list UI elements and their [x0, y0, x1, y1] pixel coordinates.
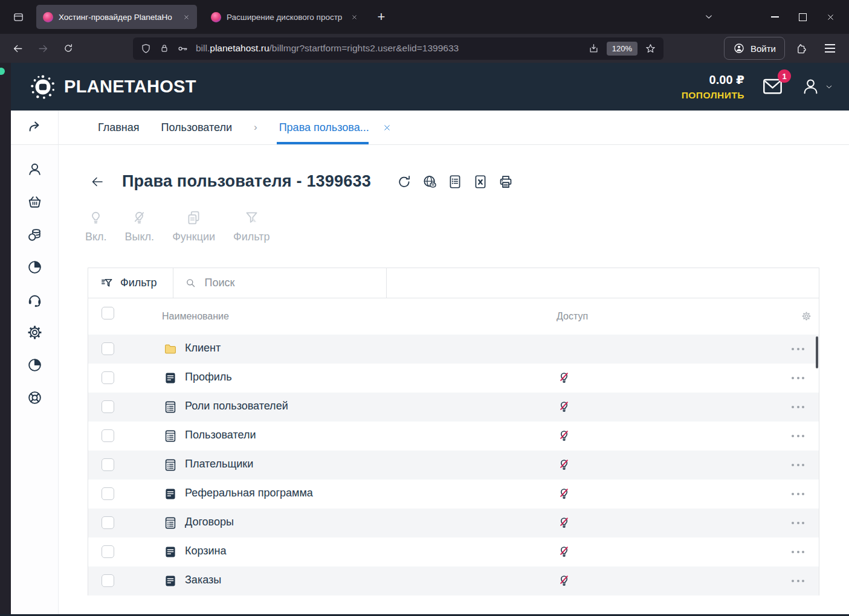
access-off-icon[interactable]	[557, 371, 571, 385]
firefox-login-button[interactable]: Войти	[724, 37, 785, 60]
refresh-icon[interactable]	[396, 174, 412, 190]
list-icon	[163, 400, 178, 414]
row-checkbox[interactable]	[102, 342, 114, 355]
page-title: Права пользователя - 1399633	[122, 172, 371, 191]
key-permission-icon[interactable]	[177, 43, 189, 54]
topup-button[interactable]: ПОПОЛНИТЬ	[682, 90, 744, 101]
tab-close-icon[interactable]	[180, 11, 192, 23]
menu-hamburger-icon[interactable]	[819, 37, 841, 59]
table-row[interactable]: Профиль	[88, 364, 819, 393]
statistics-icon	[27, 357, 43, 373]
sidebar-expand-button[interactable]	[11, 111, 59, 144]
row-menu-dots-icon[interactable]	[792, 377, 804, 379]
access-off-icon[interactable]	[557, 487, 571, 501]
filter-button[interactable]: Фильтр	[88, 268, 173, 298]
table-row[interactable]: Заказы	[88, 566, 819, 595]
row-menu-dots-icon[interactable]	[792, 348, 804, 350]
sidebar-item-user[interactable]	[11, 153, 58, 185]
url-bar[interactable]: bill.planetahost.ru/billmgr?startform=ri…	[133, 37, 663, 60]
row-menu-dots-icon[interactable]	[792, 464, 804, 466]
back-button[interactable]	[7, 38, 28, 59]
table-row[interactable]: Роли пользователей	[88, 393, 819, 422]
window-maximize-button[interactable]	[789, 5, 816, 29]
firefox-view-icon[interactable]	[7, 6, 29, 28]
table-row[interactable]: Договоры	[88, 509, 819, 537]
search-input[interactable]	[204, 277, 355, 289]
action-enable[interactable]: Вкл.	[85, 210, 107, 243]
window-minimize-button[interactable]	[761, 5, 789, 29]
page-zoom-badge[interactable]: 120%	[607, 42, 638, 56]
tab-title: Хостинг-провайдер PlanetaHo	[59, 13, 175, 22]
mail-button[interactable]: 1	[761, 75, 784, 98]
nav-tab-active[interactable]: Права пользова...	[279, 111, 392, 144]
window-close-button[interactable]	[816, 5, 844, 29]
export-excel-icon[interactable]	[473, 174, 488, 190]
reload-button[interactable]	[58, 38, 79, 59]
table-row[interactable]: Реферальная программа	[88, 480, 819, 509]
access-off-icon[interactable]	[557, 429, 571, 443]
bookmark-star-icon[interactable]	[645, 43, 656, 54]
lock-icon[interactable]	[159, 43, 170, 54]
row-checkbox[interactable]	[102, 429, 114, 442]
row-checkbox[interactable]	[102, 458, 114, 471]
sidebar-item-finance[interactable]	[11, 218, 58, 251]
tab-close-icon[interactable]	[383, 123, 392, 132]
row-menu-dots-icon[interactable]	[792, 493, 804, 495]
report-icon[interactable]	[447, 174, 463, 190]
table-settings-gear-icon[interactable]	[801, 311, 812, 321]
row-menu-dots-icon[interactable]	[792, 580, 804, 582]
row-checkbox[interactable]	[102, 574, 114, 587]
row-checkbox[interactable]	[102, 487, 114, 500]
table-row[interactable]: Клиент	[88, 335, 819, 364]
new-tab-button[interactable]: +	[371, 7, 392, 27]
back-arrow-icon[interactable]	[88, 175, 106, 189]
browser-tab[interactable]: Расширение дискового простр	[204, 5, 365, 29]
row-checkbox[interactable]	[102, 516, 114, 529]
app-header: PLANETAHOST 0.00 ₽ ПОПОЛНИТЬ 1	[11, 63, 849, 111]
action-functions[interactable]: Функции	[172, 210, 215, 243]
row-menu-dots-icon[interactable]	[792, 522, 804, 524]
shield-icon[interactable]	[140, 43, 152, 54]
brand-logo[interactable]: PLANETAHOST	[29, 73, 196, 101]
tab-list-chevron-icon[interactable]	[697, 6, 721, 28]
access-off-icon[interactable]	[557, 545, 571, 559]
user-menu[interactable]	[801, 77, 833, 97]
select-all-checkbox[interactable]	[102, 307, 114, 319]
globe-link-icon[interactable]	[422, 174, 437, 190]
access-off-icon[interactable]	[557, 516, 571, 530]
table-rows: Клиент Профиль Роли пользователей Пользо…	[88, 335, 819, 595]
action-toolbar: Вкл. Выкл. Функции Фильтр	[85, 210, 270, 243]
print-icon[interactable]	[498, 174, 514, 190]
table-row[interactable]: Плательщики	[88, 451, 819, 480]
row-checkbox[interactable]	[102, 371, 114, 384]
row-checkbox[interactable]	[102, 400, 114, 413]
sidebar-item-statistics[interactable]	[11, 348, 58, 381]
folder-icon	[163, 342, 178, 356]
table-row[interactable]: Корзина	[88, 537, 819, 566]
table-row[interactable]: Пользователи	[88, 422, 819, 451]
extensions-puzzle-icon[interactable]	[791, 37, 813, 59]
access-off-icon[interactable]	[557, 574, 571, 588]
sidebar-item-help[interactable]	[11, 381, 58, 414]
row-checkbox[interactable]	[102, 545, 114, 558]
nav-tab-users[interactable]: Пользователи	[161, 121, 232, 134]
forward-button[interactable]	[33, 38, 53, 59]
row-label: Профиль	[185, 371, 232, 383]
action-disable[interactable]: Выкл.	[125, 210, 155, 243]
access-off-icon[interactable]	[557, 458, 571, 472]
sidebar-item-settings[interactable]	[11, 316, 58, 348]
nav-tab-home[interactable]: Главная	[98, 121, 140, 134]
row-menu-dots-icon[interactable]	[792, 551, 804, 553]
row-menu-dots-icon[interactable]	[792, 406, 804, 408]
sidebar-item-support[interactable]	[11, 283, 58, 316]
tab-close-icon[interactable]	[348, 11, 360, 23]
action-filter[interactable]: Фильтр	[233, 210, 270, 243]
access-off-icon[interactable]	[557, 400, 571, 414]
row-menu-dots-icon[interactable]	[792, 435, 804, 437]
download-icon[interactable]	[588, 43, 599, 54]
sidebar-item-reports[interactable]	[11, 251, 58, 283]
browser-tab-active[interactable]: Хостинг-провайдер PlanetaHo	[36, 5, 197, 29]
sidebar-item-basket[interactable]	[11, 185, 58, 218]
table-scrollbar[interactable]	[816, 336, 818, 368]
funnel-icon	[244, 210, 260, 226]
